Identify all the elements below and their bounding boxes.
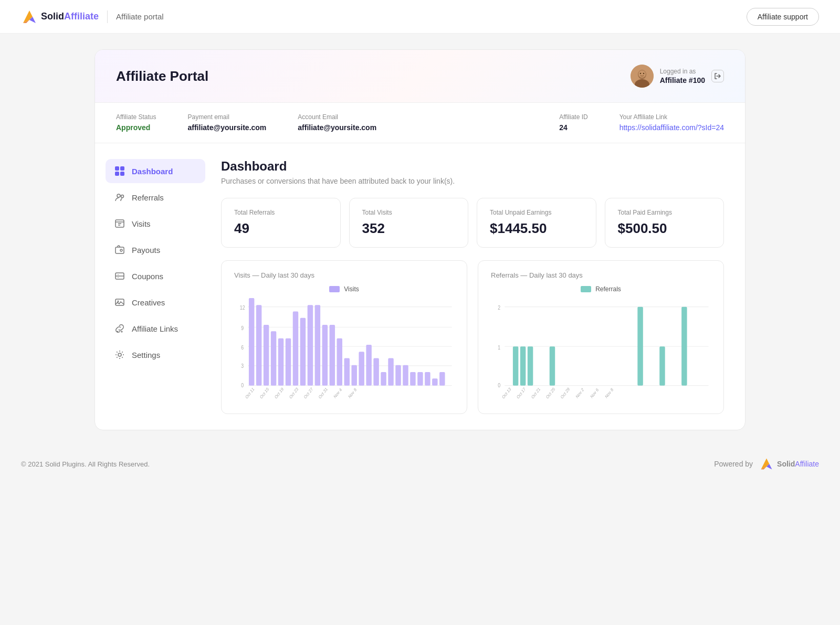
sidebar-item-affiliate-links[interactable]: Affiliate Links <box>106 316 205 341</box>
svg-rect-35 <box>256 305 261 385</box>
svg-rect-78 <box>528 346 533 385</box>
svg-rect-58 <box>425 372 430 386</box>
stat-unpaid-earnings: Total Unpaid Earnings $1445.50 <box>477 198 596 248</box>
avatar <box>631 65 654 88</box>
visits-legend-label: Visits <box>344 285 359 293</box>
sidebar-label-creatives: Creatives <box>132 298 165 307</box>
svg-rect-52 <box>381 372 386 386</box>
status-value: Approved <box>116 123 150 132</box>
coupons-icon <box>114 270 125 282</box>
stat-visits-label: Total Visits <box>362 209 456 216</box>
portal-card: Affiliate Portal Logged in as Aff <box>94 49 746 430</box>
svg-text:Oct 11: Oct 11 <box>245 386 255 400</box>
portal-header: Affiliate Portal Logged in as Aff <box>95 50 745 103</box>
svg-text:0: 0 <box>241 382 244 388</box>
affiliate-name: Affiliate #100 <box>660 76 705 84</box>
svg-rect-99 <box>681 307 687 386</box>
footer-logo-text: SolidAffiliate <box>777 460 819 468</box>
affiliate-id-label: Affiliate ID <box>559 113 587 121</box>
portal-title: Affiliate Portal <box>116 68 208 84</box>
svg-rect-19 <box>116 299 124 305</box>
sidebar-item-coupons[interactable]: Coupons <box>106 264 205 288</box>
logged-in-info: Logged in as Affiliate #100 <box>660 68 705 84</box>
svg-rect-44 <box>322 325 328 386</box>
referrals-chart-card: Referrals — Daily last 30 days Referrals… <box>478 260 724 414</box>
svg-text:12: 12 <box>240 304 245 311</box>
logo: SolidAffiliate <box>21 8 99 25</box>
svg-text:3: 3 <box>241 363 244 369</box>
sidebar-item-creatives[interactable]: Creatives <box>106 290 205 314</box>
main-container: Affiliate Portal Logged in as Aff <box>84 49 756 430</box>
svg-point-14 <box>121 195 124 198</box>
svg-text:Oct 17: Oct 17 <box>516 386 527 400</box>
affiliate-id-group: Affiliate ID 24 <box>559 113 587 132</box>
portal-header-right: Logged in as Affiliate #100 <box>631 65 724 88</box>
sidebar-item-dashboard[interactable]: Dashboard <box>106 159 205 183</box>
svg-rect-43 <box>315 305 320 385</box>
stat-total-referrals: Total Referrals 49 <box>221 198 341 248</box>
sidebar-item-settings[interactable]: Settings <box>106 343 205 367</box>
svg-rect-51 <box>373 358 379 385</box>
logged-in-label: Logged in as <box>660 68 705 76</box>
referrals-chart-title: Referrals — Daily last 30 days <box>491 271 711 279</box>
svg-rect-57 <box>417 372 423 386</box>
affiliate-info-bar: Affiliate Status Approved Payment email … <box>95 103 745 143</box>
svg-text:Oct 21: Oct 21 <box>531 386 541 400</box>
svg-text:Nov 6: Nov 6 <box>590 387 600 399</box>
svg-rect-37 <box>271 331 276 385</box>
stat-referrals-label: Total Referrals <box>234 209 328 216</box>
sidebar-label-dashboard: Dashboard <box>132 167 173 176</box>
svg-rect-49 <box>359 352 364 385</box>
affiliate-link-label: Your Affiliate Link <box>620 113 724 121</box>
logout-icon <box>714 72 721 80</box>
footer-logo: Powered by SolidAffiliate <box>714 457 819 471</box>
svg-point-13 <box>117 194 120 197</box>
logo-icon <box>21 8 38 25</box>
stat-unpaid-value: $1445.50 <box>490 220 583 237</box>
footer: © 2021 Solid Plugins. All Rights Reserve… <box>0 446 840 482</box>
svg-rect-12 <box>120 172 124 176</box>
main-content: Dashboard Purchases or conversions that … <box>211 159 734 414</box>
top-nav: SolidAffiliate Affiliate portal Affiliat… <box>0 0 840 34</box>
svg-rect-41 <box>300 318 306 386</box>
svg-text:Oct 15: Oct 15 <box>259 386 270 400</box>
sidebar-item-visits[interactable]: Visits <box>106 211 205 236</box>
referrals-bar-chart: 2 1 0 <box>491 298 711 403</box>
creatives-icon <box>114 296 125 308</box>
logo-text: SolidAffiliate <box>41 11 99 22</box>
referrals-chart-container: 2 1 0 <box>491 298 711 403</box>
account-email-value: affiliate@yoursite.com <box>298 123 376 132</box>
svg-point-17 <box>120 249 122 251</box>
settings-icon <box>114 349 125 361</box>
svg-text:Nov 8: Nov 8 <box>604 387 614 399</box>
svg-text:0: 0 <box>498 382 500 388</box>
svg-rect-54 <box>395 365 401 386</box>
logout-button[interactable] <box>711 70 724 82</box>
svg-rect-76 <box>513 346 518 385</box>
account-email-group: Account Email affiliate@yoursite.com <box>298 113 376 132</box>
svg-text:Nov 2: Nov 2 <box>575 387 585 399</box>
svg-text:Oct 31: Oct 31 <box>318 386 328 400</box>
svg-text:Nov 4: Nov 4 <box>333 387 343 399</box>
svg-rect-56 <box>410 372 415 386</box>
status-group: Affiliate Status Approved <box>116 113 156 132</box>
sidebar-label-links: Affiliate Links <box>132 324 178 333</box>
sidebar-item-payouts[interactable]: Payouts <box>106 238 205 262</box>
referrals-legend-label: Referrals <box>595 285 621 293</box>
svg-rect-96 <box>659 346 665 385</box>
svg-point-6 <box>638 70 646 78</box>
svg-point-8 <box>643 73 644 74</box>
svg-rect-59 <box>432 378 437 385</box>
svg-point-7 <box>639 73 640 74</box>
affiliate-link-group: Your Affiliate Link https://solidaffilia… <box>620 113 724 132</box>
svg-rect-50 <box>366 345 371 386</box>
sidebar-label-settings: Settings <box>132 351 160 359</box>
svg-text:6: 6 <box>241 344 244 351</box>
nav-divider <box>107 10 108 23</box>
svg-rect-93 <box>637 307 643 386</box>
support-button[interactable]: Affiliate support <box>747 8 819 26</box>
svg-text:Nov 8: Nov 8 <box>348 387 358 399</box>
svg-rect-60 <box>439 372 445 386</box>
sidebar-item-referrals[interactable]: Referrals <box>106 185 205 209</box>
svg-point-22 <box>121 331 123 333</box>
